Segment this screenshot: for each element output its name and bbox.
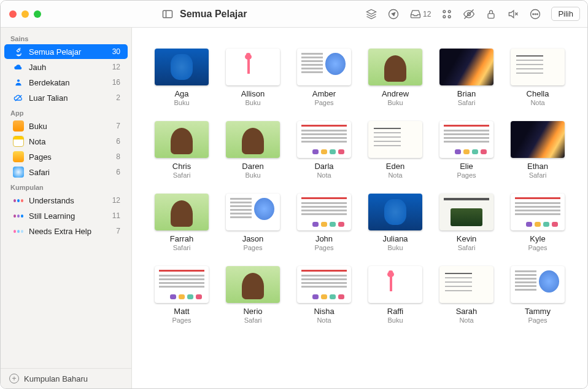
grid-icon[interactable] [441,8,453,20]
student-thumbnail [511,121,565,158]
svg-point-15 [537,14,538,15]
sidebar-item-safari[interactable]: Safari 6 [4,165,128,179]
student-name: Kyle [530,234,545,243]
cloud-icon [13,61,24,73]
student-thumbnail [155,194,209,230]
compass-icon[interactable] [387,8,400,20]
new-group-label: Kumpulan Baharu [24,374,88,383]
sidebar-item-group-learning[interactable]: Still Learning 11 [4,208,128,223]
sidebar-item-all-students[interactable]: Semua Pelajar 30 [4,44,128,59]
sidebar-item-count: 8 [116,152,122,161]
student-cell[interactable]: NishaNota [294,266,354,324]
group-dots-icon [13,195,24,206]
stack-icon[interactable] [365,8,377,20]
student-cell[interactable]: NerioSafari [223,266,283,324]
maximize-button[interactable] [34,10,41,18]
student-thumbnail [297,194,351,230]
sidebar-item-group-help[interactable]: Needs Extra Help 7 [4,224,128,238]
student-cell[interactable]: AndrewBuku [365,49,425,106]
sidebar-item-label: Nota [29,137,45,146]
titlebar: Semua Pelajar 12 [1,1,587,28]
svg-point-3 [443,10,446,13]
student-thumbnail [297,121,351,158]
student-name: Farrah [170,234,193,243]
student-cell[interactable]: ChellaNota [508,49,568,106]
student-thumbnail [155,266,209,303]
student-cell[interactable]: DarlaNota [294,121,354,179]
pages-app-icon [13,151,24,162]
student-cell[interactable]: MattPages [152,266,212,324]
student-name: Nisha [314,307,334,316]
student-cell[interactable]: JohnPages [294,194,354,251]
student-app: Safari [173,244,191,251]
student-name: Nerio [243,307,262,316]
student-name: Andrew [382,89,409,98]
select-button[interactable]: Pilih [551,7,580,21]
student-cell[interactable]: EdenNota [365,121,425,179]
student-name: Raffi [387,307,404,316]
svg-point-5 [443,15,446,18]
student-cell[interactable]: EliePages [436,121,497,179]
student-cell[interactable]: BrianSafari [436,49,497,106]
lock-icon[interactable] [485,8,497,20]
sidebar-item-label: Jauh [29,63,46,72]
svg-point-16 [17,79,20,82]
student-cell[interactable]: TammyPages [508,266,568,324]
student-thumbnail [226,49,280,85]
sidebar-item-books[interactable]: Buku 7 [4,119,128,133]
student-cell[interactable]: ChrisSafari [152,121,212,179]
student-cell[interactable]: JasonPages [223,194,283,251]
student-cell[interactable]: AmberPages [294,49,354,106]
student-thumbnail [368,121,422,158]
svg-point-4 [449,10,451,13]
student-cell[interactable]: EthanSafari [508,121,568,179]
sidebar-item-notes[interactable]: Nota 6 [4,134,128,149]
student-app: Buku [387,316,403,324]
new-group-button[interactable]: + Kumpulan Baharu [1,368,131,388]
student-cell[interactable]: KevinSafari [436,194,497,251]
student-thumbnail [439,121,493,158]
microscope-icon [13,46,24,57]
student-app: Nota [317,316,331,324]
student-cell[interactable]: FarrahSafari [152,194,212,251]
sidebar-item-count: 11 [112,211,122,220]
sidebar-item-nearby[interactable]: Berdekatan 16 [4,75,128,90]
student-thumbnail [511,266,565,303]
sidebar-item-count: 12 [112,63,122,71]
student-cell[interactable]: AgaBuku [152,49,212,106]
more-icon[interactable] [529,8,541,20]
minimize-button[interactable] [21,10,29,18]
svg-rect-9 [488,14,494,18]
section-header-app: App [1,106,131,118]
mute-icon[interactable] [507,8,519,20]
student-app: Safari [173,171,191,179]
student-cell[interactable]: AllisonBuku [223,49,283,106]
student-cell[interactable]: SarahNota [436,266,497,324]
close-button[interactable] [9,10,17,18]
sidebar-item-count: 30 [112,47,122,56]
sidebar-item-group-understands[interactable]: Understands 12 [4,193,128,208]
student-thumbnail [439,194,493,230]
student-name: Chella [527,89,549,98]
sidebar-item-label: Semua Pelajar [29,47,81,57]
student-cell[interactable]: JulianaBuku [365,194,425,251]
student-app: Pages [314,99,333,106]
inbox-button[interactable]: 12 [409,8,431,20]
student-app: Buku [387,244,403,251]
sidebar-item-offline[interactable]: Luar Talian 2 [4,90,128,105]
sidebar-item-count: 2 [116,93,122,102]
sidebar-item-pages[interactable]: Pages 8 [4,149,128,164]
sidebar-item-remote[interactable]: Jauh 12 [4,60,128,74]
student-cell[interactable]: DarenBuku [223,121,283,179]
student-app: Safari [458,244,476,251]
student-name: Eden [386,162,404,171]
inbox-count: 12 [423,10,431,18]
student-name: Amber [312,89,336,98]
sidebar-toggle-icon[interactable] [161,8,174,20]
student-thumbnail [297,266,351,303]
student-cell[interactable]: KylePages [508,194,568,251]
eye-off-icon[interactable] [463,8,475,20]
student-grid: AgaBukuAllisonBukuAmberPagesAndrewBukuBr… [132,28,587,334]
student-cell[interactable]: RaffiBuku [365,266,425,324]
student-thumbnail [511,194,565,230]
